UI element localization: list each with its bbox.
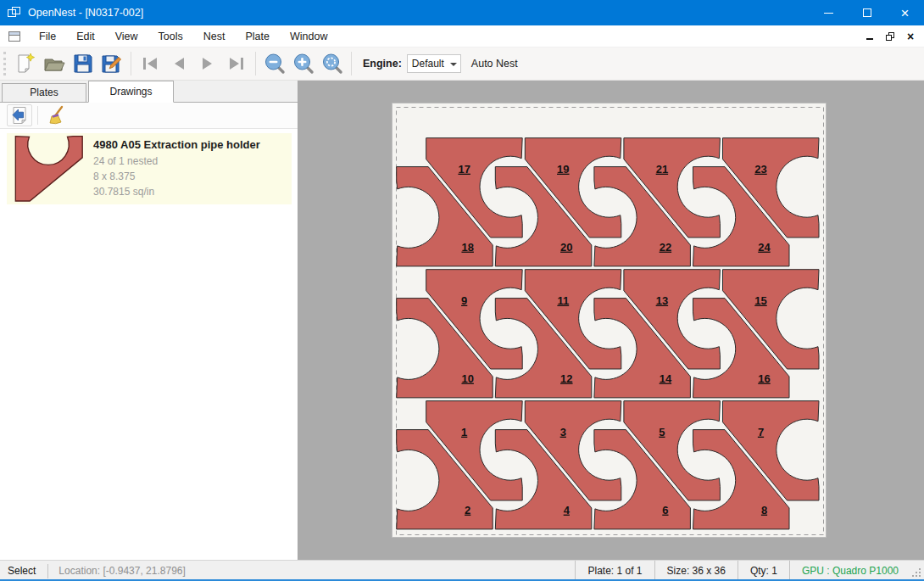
toolbar-separator <box>255 52 256 75</box>
drawing-thumbnail <box>12 136 86 202</box>
nest-canvas[interactable]: 171819202122232491011121314151612345678 <box>298 81 924 560</box>
first-arrow-icon <box>140 56 160 71</box>
nest-part-label: 13 <box>656 294 668 307</box>
tab-drawings[interactable]: Drawings <box>88 81 174 103</box>
sidebar-tabs: Plates Drawings <box>0 81 298 103</box>
window-title: OpenNest - [N0317-002] <box>28 7 143 19</box>
next-arrow-icon <box>199 56 216 71</box>
nest-part-label: 14 <box>660 372 672 385</box>
nest-part-label: 12 <box>560 372 572 385</box>
menu-nest[interactable]: Nest <box>193 25 236 47</box>
save-as-button[interactable] <box>97 50 126 77</box>
nest-part-label: 4 <box>564 504 571 517</box>
mdi-document-icon[interactable] <box>8 31 20 42</box>
sidebar-toolbar <box>0 103 298 129</box>
previous-arrow-icon <box>170 56 187 71</box>
save-as-icon <box>101 53 123 75</box>
menu-bar: File Edit View Tools Nest Plate Window × <box>0 25 924 47</box>
nest-part-label: 1 <box>461 426 467 439</box>
part-shape <box>15 137 82 201</box>
menu-edit[interactable]: Edit <box>66 25 105 47</box>
sidebar: Plates Drawings <box>0 81 298 560</box>
save-icon <box>72 53 94 75</box>
menu-window[interactable]: Window <box>280 25 337 47</box>
toolbar-separator <box>351 52 352 75</box>
save-button[interactable] <box>69 50 97 77</box>
last-arrow-icon <box>226 56 247 71</box>
drawing-title: 4980 A05 Extraction pipe holder <box>93 138 287 151</box>
part-shape-thumbnail <box>14 135 84 203</box>
close-button[interactable]: × <box>886 0 924 25</box>
chevron-down-icon <box>450 63 457 66</box>
nest-part-label: 5 <box>659 426 665 439</box>
drawing-info: 4980 A05 Extraction pipe holder 24 of 1 … <box>86 138 287 199</box>
auto-nest-button[interactable]: Auto Nest <box>471 58 518 70</box>
nest-part-label: 15 <box>754 294 766 307</box>
nest-part-label: 16 <box>758 372 770 385</box>
open-folder-icon <box>42 53 66 75</box>
engine-select[interactable]: Default <box>407 54 461 73</box>
mdi-restore-button[interactable] <box>882 29 899 44</box>
drawing-list-item[interactable]: 4980 A05 Extraction pipe holder 24 of 1 … <box>7 133 292 204</box>
nest-part-label: 6 <box>662 504 668 517</box>
title-bar: OpenNest - [N0317-002] × <box>0 0 924 25</box>
nest-part-label: 7 <box>758 426 764 439</box>
mdi-close-button[interactable]: × <box>902 29 919 44</box>
page-arrow-left-icon <box>10 106 29 125</box>
engine-label: Engine: <box>363 58 402 70</box>
engine-value: Default <box>408 58 444 70</box>
status-qty: Qty: 1 <box>738 561 789 581</box>
maximize-button[interactable] <box>848 0 886 25</box>
drawing-area: 30.7815 sq/in <box>93 184 287 199</box>
minimize-button[interactable] <box>810 0 848 25</box>
zoom-out-icon <box>264 53 286 75</box>
plate[interactable]: 171819202122232491011121314151612345678 <box>392 103 827 538</box>
zoom-in-button[interactable] <box>289 50 318 77</box>
status-size: Size: 36 x 36 <box>654 561 738 581</box>
nested-parts-layout: 171819202122232491011121314151612345678 <box>392 103 827 538</box>
zoom-in-icon <box>292 53 314 75</box>
send-to-plate-button[interactable] <box>7 104 32 126</box>
nest-part-label: 11 <box>557 294 569 307</box>
menu-plate[interactable]: Plate <box>235 25 280 47</box>
clear-drawings-button[interactable] <box>43 104 69 126</box>
nest-part-label: 8 <box>761 504 767 517</box>
nest-part-label: 21 <box>656 163 668 176</box>
nest-part-label: 20 <box>560 241 572 254</box>
menu-view[interactable]: View <box>105 25 148 47</box>
main-toolbar: Engine: Default Auto Nest <box>0 47 924 81</box>
nest-part-label: 19 <box>557 163 569 176</box>
toolbar-grip[interactable] <box>3 52 6 75</box>
resize-grip[interactable] <box>911 567 922 578</box>
status-location: Location: [-0.9437, 21.8796] <box>48 565 195 577</box>
nest-part-label: 24 <box>758 241 771 254</box>
open-file-button[interactable] <box>40 50 69 77</box>
tab-plates[interactable]: Plates <box>2 83 86 102</box>
app-window: OpenNest - [N0317-002] × File Edit View … <box>0 0 924 581</box>
zoom-out-button[interactable] <box>260 50 289 77</box>
nest-part-label: 17 <box>458 163 470 176</box>
drawing-nested-count: 24 of 1 nested <box>93 154 287 169</box>
nest-part-label: 10 <box>461 372 473 385</box>
previous-plate-button[interactable] <box>164 50 193 77</box>
nest-part-label: 2 <box>465 504 470 517</box>
nest-part-label: 22 <box>660 241 671 254</box>
sidebar-toolbar-separator <box>37 106 38 125</box>
drawing-dimensions: 8 x 8.375 <box>93 169 287 184</box>
menu-file[interactable]: File <box>29 25 66 47</box>
nest-part-label: 18 <box>461 241 473 254</box>
nest-part-label: 3 <box>560 426 566 439</box>
mdi-minimize-button[interactable] <box>861 29 878 44</box>
new-file-button[interactable] <box>11 50 40 77</box>
status-gpu: GPU : Quadro P1000 <box>789 561 910 581</box>
app-icon <box>8 7 21 19</box>
broom-icon <box>46 105 66 126</box>
status-bar: Select Location: [-0.9437, 21.8796] Plat… <box>0 560 924 581</box>
zoom-extents-icon <box>321 53 343 75</box>
zoom-extents-button[interactable] <box>318 50 347 77</box>
first-plate-button[interactable] <box>136 50 164 77</box>
menu-tools[interactable]: Tools <box>148 25 193 47</box>
toolbar-separator <box>131 52 131 75</box>
next-plate-button[interactable] <box>193 50 222 77</box>
last-plate-button[interactable] <box>222 50 251 77</box>
